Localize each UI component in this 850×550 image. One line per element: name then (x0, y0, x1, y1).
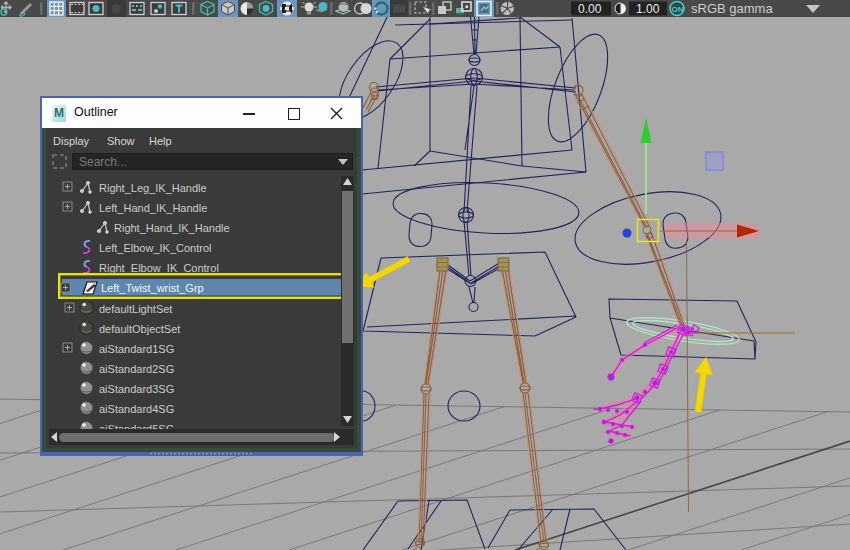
svg-text:aiStandard1SG: aiStandard1SG (99, 343, 174, 355)
svg-text:Left_Elbow_IK_Control: Left_Elbow_IK_Control (99, 242, 212, 254)
svg-text:aiStandard3SG: aiStandard3SG (99, 383, 174, 395)
svg-text:Left_Twist_wrist_Grp: Left_Twist_wrist_Grp (101, 282, 204, 294)
svg-text:Right_Hand_IK_Handle: Right_Hand_IK_Handle (114, 222, 230, 234)
svg-text:Right_Leg_IK_Handle: Right_Leg_IK_Handle (99, 182, 207, 194)
svg-text:aiStandard2SG: aiStandard2SG (99, 363, 174, 375)
svg-text:sRGB gamma: sRGB gamma (691, 1, 773, 16)
svg-text:defaultObjectSet: defaultObjectSet (99, 323, 180, 335)
svg-text:aiStandard4SG: aiStandard4SG (99, 403, 174, 415)
svg-text:1.00: 1.00 (636, 2, 660, 16)
svg-text:defaultLightSet: defaultLightSet (99, 303, 172, 315)
svg-text:0.00: 0.00 (578, 2, 602, 16)
svg-text:Right_Elbow_IK_Control: Right_Elbow_IK_Control (99, 262, 219, 274)
svg-text:Left_Hand_IK_Handle: Left_Hand_IK_Handle (99, 202, 207, 214)
svg-text:ON: ON (672, 5, 684, 14)
